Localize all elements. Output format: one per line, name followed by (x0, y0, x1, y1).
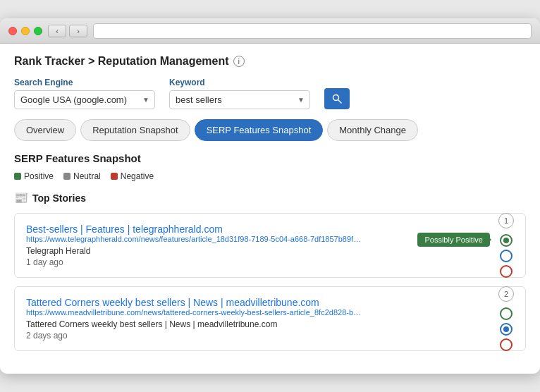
stories-list: Best-sellers | Features | telegraphheral… (14, 213, 526, 351)
story-1-number: 1 (498, 213, 514, 228)
search-engine-select[interactable]: Google USA (google.com) (14, 90, 155, 109)
svg-line-1 (338, 100, 342, 104)
section-title: SERP Features Snapshot (14, 152, 526, 164)
story-1-radio-green[interactable] (500, 234, 513, 247)
story-2-radio-green[interactable] (500, 307, 513, 320)
story-2-number: 2 (498, 286, 514, 302)
story-1-radio-red[interactable] (500, 265, 513, 278)
story-1-content: Best-sellers | Features | telegraphheral… (26, 223, 514, 267)
form-row: Search Engine Google USA (google.com) ▼ … (14, 78, 526, 109)
traffic-lights (8, 27, 42, 35)
neutral-dot (63, 173, 70, 180)
app-window: ‹ › Rank Tracker > Reputation Management… (0, 18, 540, 374)
positive-dot (14, 173, 21, 180)
neutral-label: Neutral (73, 171, 101, 181)
story-2-radio-red[interactable] (500, 338, 513, 351)
negative-label: Negative (121, 171, 154, 181)
story-1-radio-blue[interactable] (500, 250, 513, 262)
tabs: Overview Reputation Snapshot SERP Featur… (14, 119, 526, 141)
negative-dot (111, 173, 118, 180)
story-card-2: Tattered Corners weekly best sellers | N… (14, 286, 526, 351)
forward-button[interactable]: › (69, 25, 87, 37)
search-engine-wrapper: Google USA (google.com) ▼ (14, 90, 155, 109)
keyword-group: Keyword best sellers ▼ (169, 78, 310, 109)
legend-negative: Negative (111, 171, 154, 181)
story-1-badge-area: 1 (498, 213, 514, 278)
keyword-select[interactable]: best sellers (169, 90, 310, 109)
search-engine-group: Search Engine Google USA (google.com) ▼ (14, 78, 155, 109)
address-bar[interactable] (93, 23, 532, 39)
story-2-date: 2 days ago (26, 331, 479, 341)
legend: Positive Neutral Negative (14, 171, 526, 181)
story-1-title[interactable]: Best-sellers | Features | telegraphheral… (26, 223, 223, 235)
tab-reputation-snapshot[interactable]: Reputation Snapshot (80, 119, 190, 141)
top-stories-label: Top Stories (32, 192, 86, 204)
search-button[interactable] (324, 88, 350, 109)
story-1-date: 1 day ago (26, 257, 479, 267)
search-engine-label: Search Engine (14, 78, 155, 87)
story-2-title[interactable]: Tattered Corners weekly best sellers | N… (26, 297, 319, 308)
story-2-badge-area: 2 (498, 286, 514, 351)
page-title: Rank Tracker > Reputation Management i (14, 55, 526, 68)
story-1-url: https://www.telegraphherald.com/news/fea… (26, 235, 364, 243)
page-title-text: Rank Tracker > Reputation Management (14, 55, 229, 68)
nav-buttons: ‹ › (48, 25, 87, 37)
main-content: Rank Tracker > Reputation Management i S… (0, 44, 540, 374)
keyword-wrapper: best sellers ▼ (169, 90, 310, 109)
newspaper-icon: 📰 (14, 191, 28, 204)
story-1-source: Telegraph Herald (26, 246, 479, 256)
story-1-radio-inner-green (503, 238, 509, 243)
story-2-url: https://www.meadvilletribune.com/news/ta… (26, 308, 364, 317)
tab-monthly-change[interactable]: Monthly Change (327, 119, 418, 141)
legend-neutral: Neutral (63, 171, 101, 181)
top-stories-header: 📰 Top Stories (14, 191, 526, 204)
story-2-radio-blue[interactable] (500, 323, 513, 336)
info-icon[interactable]: i (233, 56, 245, 67)
keyword-label: Keyword (169, 78, 310, 87)
positive-label: Positive (24, 171, 54, 181)
legend-positive: Positive (14, 171, 54, 181)
tab-serp-features-snapshot[interactable]: SERP Features Snapshot (195, 119, 324, 141)
close-button[interactable] (8, 27, 17, 35)
back-button[interactable]: ‹ (48, 25, 66, 37)
story-2-source: Tattered Corners weekly best sellers | N… (26, 319, 479, 329)
title-bar: ‹ › (0, 18, 540, 44)
search-icon (332, 94, 342, 104)
maximize-button[interactable] (34, 27, 42, 35)
tab-overview[interactable]: Overview (14, 119, 76, 141)
story-2-content: Tattered Corners weekly best sellers | N… (26, 297, 514, 341)
minimize-button[interactable] (21, 27, 30, 35)
story-2-radio-inner-blue (503, 326, 509, 332)
story-card-1: Best-sellers | Features | telegraphheral… (14, 213, 526, 278)
